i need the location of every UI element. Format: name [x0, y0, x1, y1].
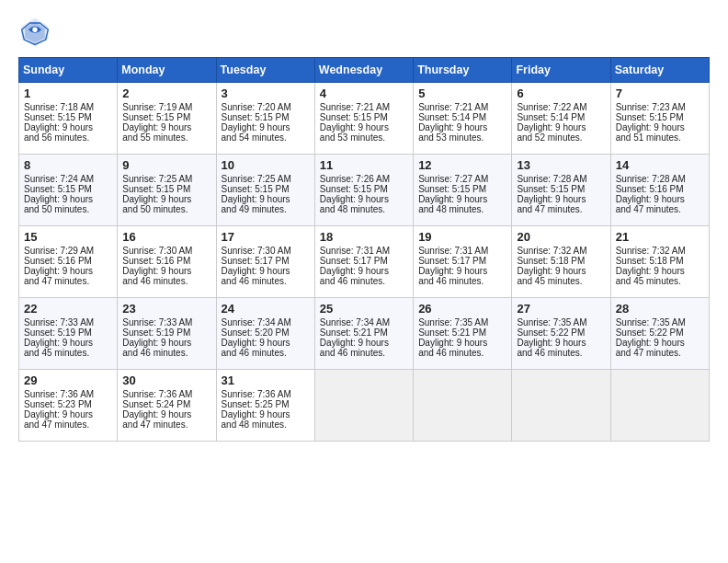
- day-info: Sunrise: 7:34 AM: [222, 317, 310, 327]
- day-info: and 46 minutes.: [320, 276, 408, 286]
- column-header-wednesday: Wednesday: [314, 58, 413, 83]
- day-info: and 45 minutes.: [517, 276, 605, 286]
- day-number: 15: [24, 230, 112, 244]
- week-row-5: 29Sunrise: 7:36 AMSunset: 5:23 PMDayligh…: [19, 370, 710, 442]
- calendar-cell: 31Sunrise: 7:36 AMSunset: 5:25 PMDayligh…: [216, 370, 314, 442]
- calendar-cell: [512, 370, 610, 442]
- day-info: and 47 minutes.: [122, 419, 210, 430]
- day-info: Daylight: 9 hours: [517, 194, 605, 204]
- day-info: and 46 minutes.: [222, 348, 310, 358]
- day-info: Sunset: 5:15 PM: [24, 112, 112, 122]
- day-info: Daylight: 9 hours: [122, 338, 210, 348]
- day-info: Daylight: 9 hours: [24, 409, 112, 419]
- day-info: Sunset: 5:15 PM: [222, 184, 310, 194]
- day-info: Sunrise: 7:24 AM: [24, 174, 112, 184]
- day-info: Sunrise: 7:31 AM: [418, 246, 506, 256]
- calendar-cell: 14Sunrise: 7:28 AMSunset: 5:16 PMDayligh…: [610, 155, 709, 226]
- day-number: 25: [320, 302, 408, 316]
- calendar-table: SundayMondayTuesdayWednesdayThursdayFrid…: [18, 57, 710, 442]
- day-info: and 48 minutes.: [320, 204, 408, 214]
- day-info: Sunrise: 7:29 AM: [24, 246, 112, 256]
- day-number: 8: [24, 158, 112, 172]
- day-info: Daylight: 9 hours: [122, 409, 210, 419]
- calendar-cell: 15Sunrise: 7:29 AMSunset: 5:16 PMDayligh…: [19, 226, 118, 298]
- day-info: Sunset: 5:15 PM: [320, 112, 408, 122]
- day-info: and 46 minutes.: [320, 348, 408, 358]
- day-info: Sunset: 5:14 PM: [418, 112, 506, 122]
- day-info: Sunset: 5:24 PM: [122, 399, 210, 409]
- day-number: 10: [222, 158, 310, 172]
- day-number: 5: [418, 86, 506, 100]
- day-info: and 50 minutes.: [24, 204, 112, 214]
- day-number: 4: [320, 86, 408, 100]
- calendar-cell: [314, 370, 413, 442]
- day-info: Sunset: 5:15 PM: [222, 112, 310, 122]
- calendar-cell: 4Sunrise: 7:21 AMSunset: 5:15 PMDaylight…: [314, 83, 413, 155]
- day-number: 22: [24, 302, 112, 316]
- day-number: 23: [122, 302, 210, 316]
- day-number: 30: [122, 373, 210, 387]
- day-info: Sunrise: 7:21 AM: [418, 102, 506, 112]
- day-info: Daylight: 9 hours: [122, 266, 210, 276]
- day-info: Sunrise: 7:36 AM: [24, 389, 112, 399]
- calendar-cell: 29Sunrise: 7:36 AMSunset: 5:23 PMDayligh…: [19, 370, 118, 442]
- day-info: Sunrise: 7:23 AM: [616, 102, 704, 112]
- calendar-cell: 8Sunrise: 7:24 AMSunset: 5:15 PMDaylight…: [19, 155, 118, 226]
- day-number: 1: [24, 86, 112, 100]
- day-info: Daylight: 9 hours: [320, 194, 408, 204]
- calendar-cell: 2Sunrise: 7:19 AMSunset: 5:15 PMDaylight…: [118, 83, 216, 155]
- day-info: and 55 minutes.: [122, 132, 210, 143]
- day-number: 7: [616, 86, 704, 100]
- day-info: Sunrise: 7:28 AM: [517, 174, 605, 184]
- day-info: Sunset: 5:15 PM: [122, 184, 210, 194]
- day-info: and 50 minutes.: [122, 204, 210, 214]
- day-number: 16: [122, 230, 210, 244]
- day-info: Sunrise: 7:20 AM: [222, 102, 310, 112]
- day-info: Daylight: 9 hours: [616, 338, 704, 348]
- day-info: Sunrise: 7:25 AM: [222, 174, 310, 184]
- day-info: Daylight: 9 hours: [320, 338, 408, 348]
- calendar-cell: 20Sunrise: 7:32 AMSunset: 5:18 PMDayligh…: [512, 226, 610, 298]
- day-info: Sunset: 5:25 PM: [222, 399, 310, 409]
- day-info: Daylight: 9 hours: [122, 122, 210, 132]
- day-info: Sunset: 5:16 PM: [616, 184, 704, 194]
- calendar-cell: 13Sunrise: 7:28 AMSunset: 5:15 PMDayligh…: [512, 155, 610, 226]
- day-info: and 45 minutes.: [616, 276, 704, 286]
- day-info: Sunset: 5:15 PM: [418, 184, 506, 194]
- day-info: and 53 minutes.: [320, 132, 408, 143]
- day-info: Sunset: 5:22 PM: [616, 327, 704, 338]
- day-info: Sunset: 5:21 PM: [320, 327, 408, 338]
- day-number: 2: [122, 86, 210, 100]
- day-info: Sunset: 5:14 PM: [517, 112, 605, 122]
- calendar-cell: 5Sunrise: 7:21 AMSunset: 5:14 PMDaylight…: [414, 83, 512, 155]
- day-info: and 48 minutes.: [418, 204, 506, 214]
- week-row-2: 8Sunrise: 7:24 AMSunset: 5:15 PMDaylight…: [19, 155, 710, 226]
- day-info: and 49 minutes.: [222, 204, 310, 214]
- day-info: Sunrise: 7:34 AM: [320, 317, 408, 327]
- day-info: Sunset: 5:15 PM: [517, 184, 605, 194]
- day-info: Sunset: 5:19 PM: [122, 327, 210, 338]
- calendar-cell: 19Sunrise: 7:31 AMSunset: 5:17 PMDayligh…: [414, 226, 512, 298]
- column-header-thursday: Thursday: [414, 58, 512, 83]
- day-number: 24: [222, 302, 310, 316]
- day-info: and 56 minutes.: [24, 132, 112, 143]
- day-info: Daylight: 9 hours: [320, 266, 408, 276]
- calendar-cell: [610, 370, 709, 442]
- week-row-3: 15Sunrise: 7:29 AMSunset: 5:16 PMDayligh…: [19, 226, 710, 298]
- day-info: Daylight: 9 hours: [122, 194, 210, 204]
- day-number: 14: [616, 158, 704, 172]
- day-info: Daylight: 9 hours: [222, 266, 310, 276]
- calendar-cell: 25Sunrise: 7:34 AMSunset: 5:21 PMDayligh…: [314, 298, 413, 370]
- day-info: Sunset: 5:15 PM: [122, 112, 210, 122]
- day-info: Sunrise: 7:32 AM: [616, 246, 704, 256]
- day-number: 9: [122, 158, 210, 172]
- column-header-saturday: Saturday: [610, 58, 709, 83]
- calendar-cell: 18Sunrise: 7:31 AMSunset: 5:17 PMDayligh…: [314, 226, 413, 298]
- day-number: 27: [517, 302, 605, 316]
- day-number: 21: [616, 230, 704, 244]
- day-info: Sunrise: 7:36 AM: [222, 389, 310, 399]
- day-info: Daylight: 9 hours: [517, 338, 605, 348]
- day-info: Daylight: 9 hours: [616, 194, 704, 204]
- day-number: 18: [320, 230, 408, 244]
- day-info: Sunrise: 7:30 AM: [122, 246, 210, 256]
